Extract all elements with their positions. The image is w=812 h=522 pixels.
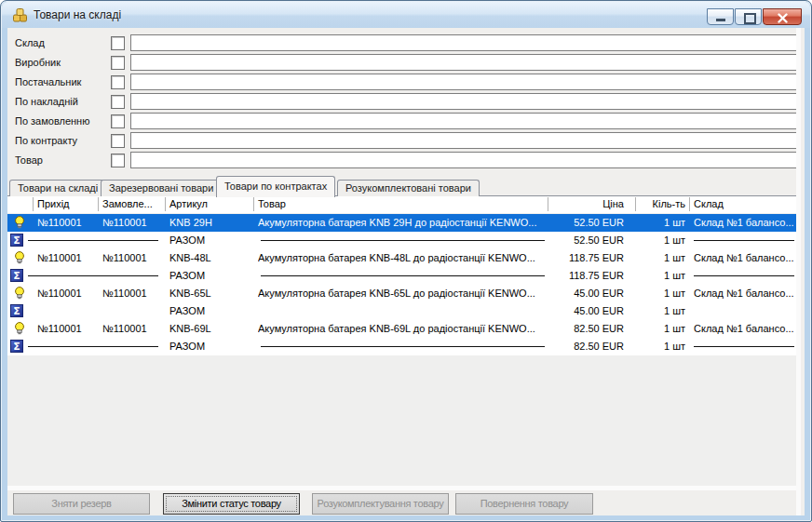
filter-row: Постачальник	[7, 74, 805, 91]
cell-sku: KNB 29H	[169, 217, 252, 228]
col-receipt[interactable]: Прихід	[37, 198, 70, 209]
bulb-icon	[12, 215, 27, 230]
table-total-row[interactable]: ΣРАЗОМ118.75 EUR1 шт	[7, 267, 796, 285]
filter-checkbox[interactable]	[111, 36, 125, 50]
filter-input[interactable]	[130, 34, 799, 51]
bulb-icon	[12, 250, 27, 265]
table-header[interactable]: Прихід Замовле... Артикул Товар Ціна Кіл…	[7, 196, 796, 213]
cell-name: Акумуляторна батарея KNB-65L до радіоста…	[258, 288, 548, 299]
screenshot: Товари на складі СкладВиробникПостачальн…	[0, 0, 812, 522]
tab-1[interactable]: Товари на складі	[9, 180, 106, 196]
sigma-icon: Σ	[10, 234, 23, 247]
cell-qty: 1 шт	[613, 341, 685, 352]
close-icon	[778, 13, 788, 23]
filter-input[interactable]	[130, 74, 799, 90]
table-row[interactable]: №110001№110001KNB-69LАкумуляторна батаре…	[7, 320, 796, 338]
cell-order: №110001	[102, 288, 164, 299]
sigma-icon: Σ	[10, 340, 23, 353]
goods-table: Прихід Замовле... Артикул Товар Ціна Кіл…	[7, 196, 796, 486]
total-rule-middle	[261, 240, 545, 241]
col-qty[interactable]: Кіль-ть	[613, 198, 685, 209]
table-row[interactable]: №110001№110001KNB 29HАкумуляторна батаре…	[7, 214, 796, 232]
maximize-icon	[744, 13, 756, 24]
disassemble-button: Розукомплектування товару	[312, 493, 449, 515]
filter-checkbox[interactable]	[111, 114, 125, 128]
column-divider	[98, 197, 99, 211]
filter-checkbox[interactable]	[111, 56, 125, 70]
cell-name: Акумуляторна батарея KNB-48L до радіоста…	[258, 252, 548, 263]
tab-2[interactable]: Зарезервовані товари	[101, 180, 222, 196]
filter-checkbox[interactable]	[111, 75, 125, 89]
table-total-row[interactable]: ΣРАЗОМ52.50 EUR1 шт	[7, 232, 796, 249]
cell-total-label: РАЗОМ	[169, 341, 252, 352]
filter-input[interactable]	[130, 113, 799, 129]
column-divider	[548, 197, 548, 211]
table-row[interactable]: №110001№110001KNB-48LАкумуляторна батаре…	[7, 249, 796, 267]
cell-warehouse: Склад №1 балансо...	[694, 288, 796, 299]
table-row[interactable]: №110001№110001KNB-65LАкумуляторна батаре…	[7, 285, 796, 302]
close-button[interactable]	[763, 8, 802, 25]
window-title: Товари на складі	[34, 8, 121, 21]
col-name[interactable]: Товар	[258, 198, 286, 209]
col-warehouse[interactable]: Склад	[694, 198, 724, 209]
column-divider	[689, 197, 690, 211]
cell-qty: 1 шт	[613, 323, 685, 334]
filter-input[interactable]	[130, 152, 799, 168]
total-rule-left	[28, 240, 158, 241]
tab-3[interactable]: Товари по контрактах	[216, 176, 335, 197]
table-total-row[interactable]: ΣРАЗОМ45.00 EUR1 шт	[7, 302, 796, 320]
cell-qty: 1 шт	[613, 270, 685, 281]
cell-price: 118.75 EUR	[534, 270, 624, 281]
title-bar[interactable]: Товари на складі	[2, 2, 810, 28]
maximize-button[interactable]	[735, 8, 762, 25]
filter-checkbox[interactable]	[111, 134, 125, 148]
cell-qty: 1 шт	[613, 288, 685, 299]
cell-total-label: РАЗОМ	[169, 270, 252, 281]
sigma-icon: Σ	[10, 304, 23, 317]
total-rule-left	[28, 346, 158, 347]
cell-receipt: №110001	[37, 288, 97, 299]
filter-label: Виробник	[15, 57, 61, 68]
filter-label: По контракту	[15, 135, 77, 146]
cell-qty: 1 шт	[613, 305, 685, 316]
tab-4[interactable]: Розукомплектовані товари	[337, 180, 480, 196]
filter-row: Виробник	[7, 55, 805, 72]
filter-input[interactable]	[130, 132, 799, 149]
minimize-icon	[716, 19, 725, 21]
cell-name: Акумуляторна батарея KNB 29H до радіоста…	[258, 217, 548, 228]
cell-sku: KNB-65L	[169, 288, 252, 299]
minimize-button[interactable]	[707, 8, 734, 25]
filter-row: По накладній	[7, 94, 805, 111]
filter-input[interactable]	[130, 93, 799, 110]
cell-price: 45.00 EUR	[534, 288, 624, 299]
total-rule-left	[28, 275, 158, 276]
filter-input[interactable]	[130, 54, 799, 71]
total-rule-right	[694, 346, 794, 347]
panel-bottom-edge	[7, 486, 801, 490]
cell-receipt: №110001	[37, 252, 97, 263]
cell-warehouse: Склад №1 балансо...	[694, 323, 796, 334]
cell-price: 45.00 EUR	[534, 305, 624, 316]
table-total-row[interactable]: ΣРАЗОМ82.50 EUR1 шт	[7, 338, 796, 355]
column-divider	[635, 197, 636, 211]
cell-qty: 1 шт	[613, 252, 685, 263]
app-window: Товари на складі СкладВиробникПостачальн…	[0, 0, 812, 522]
total-rule-middle	[261, 275, 545, 276]
cell-receipt: №110001	[37, 323, 97, 334]
cell-order: №110001	[102, 217, 164, 228]
change-status-button[interactable]: Змінити статус товару	[163, 493, 300, 515]
filter-label: Постачальник	[15, 76, 81, 87]
filter-label: Товар	[15, 154, 43, 166]
cell-order: №110001	[102, 323, 164, 334]
cell-name: Акумуляторна батарея KNB-69L до радіоста…	[258, 323, 548, 334]
cell-order: №110001	[102, 252, 164, 263]
cell-price: 82.50 EUR	[534, 323, 624, 334]
col-sku[interactable]: Артикул	[169, 198, 208, 209]
cell-total-label: РАЗОМ	[169, 305, 252, 316]
filter-checkbox[interactable]	[111, 95, 125, 109]
filter-checkbox[interactable]	[111, 154, 125, 167]
col-order[interactable]: Замовле...	[102, 198, 153, 209]
total-rule-right	[694, 275, 794, 276]
panel-right-edge	[796, 28, 801, 515]
column-divider	[165, 197, 166, 211]
